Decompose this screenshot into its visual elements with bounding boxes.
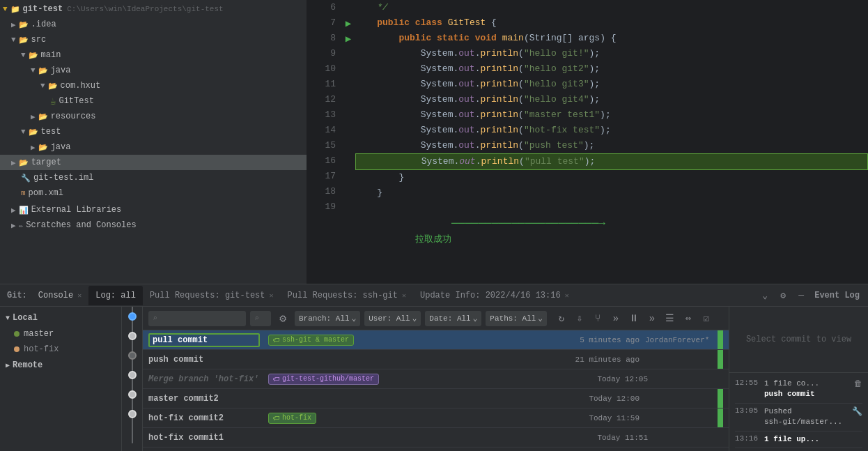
list-icon[interactable]: ☰	[662, 311, 678, 326]
local-branch-header[interactable]: ▼ Local	[0, 309, 121, 326]
tag-hotfix: 🏷 hot-fix	[268, 413, 316, 424]
scratches-icon: ✏️	[19, 221, 24, 230]
tree-item-resources[interactable]: ▶ 📂 resources	[0, 109, 307, 124]
tab-label: Update Info: 2022/4/16 13:16	[420, 291, 561, 300]
date-filter-chevron: ⌄	[473, 314, 478, 323]
tree-item-label: java	[51, 66, 71, 75]
commit-msg-merge: Merge branch 'hot-fix'	[148, 374, 260, 384]
tree-item-src[interactable]: ▼ 📂 src	[0, 32, 307, 47]
tab-console[interactable]: Console ✕	[31, 286, 88, 305]
tab-close-icon[interactable]: ✕	[565, 291, 569, 300]
refresh-icon[interactable]: ↻	[554, 311, 569, 326]
expand-icon[interactable]: ⇔	[681, 311, 696, 326]
folder-icon: 📂	[19, 20, 29, 29]
commit-row-merge[interactable]: Merge branch 'hot-fix' 🏷 git-test-github…	[143, 369, 729, 389]
tree-item-test[interactable]: ▼ 📂 test	[0, 124, 307, 139]
commit-row-hotfix2[interactable]: hot-fix commit2 🏷 hot-fix Today 11:59	[143, 408, 729, 428]
paths-filter-label: Paths: All	[490, 314, 536, 323]
tree-item-label: git-test	[23, 4, 63, 14]
tree-item-idea[interactable]: ▶ 📂 .idea	[0, 17, 307, 32]
event-delete-icon[interactable]: 🗑	[854, 379, 862, 389]
branch-item-hotfix[interactable]: hot-fix	[0, 342, 121, 357]
chevron-right-icon: ▶	[11, 206, 16, 215]
settings-icon[interactable]: ⚙	[775, 288, 791, 303]
event-settings-icon[interactable]: 🔧	[852, 406, 862, 417]
tree-item-pom[interactable]: m pom.xml	[0, 185, 307, 201]
more-tabs-btn[interactable]: ⌄	[757, 288, 773, 303]
tree-item-com-hxut[interactable]: ▼ 📂 com.hxut	[0, 78, 307, 93]
svg-point-1	[129, 313, 136, 320]
tab-close-icon[interactable]: ✕	[270, 291, 274, 300]
tree-item-java[interactable]: ▼ 📂 java	[0, 63, 307, 78]
local-label: Local	[13, 313, 38, 323]
commit-list: pull commit 🏷 ssh-git & master 5 minutes…	[143, 330, 729, 448]
tree-item-gittest[interactable]: ☕ GitTest	[0, 93, 307, 109]
svg-point-6	[129, 411, 136, 418]
chevron-down-icon: ▼	[11, 36, 16, 44]
run-icon[interactable]: ▶	[346, 17, 351, 29]
remote-label: Remote	[13, 360, 42, 370]
log-settings-btn[interactable]: ⚙	[275, 311, 290, 326]
tab-close-icon[interactable]: ✕	[402, 291, 406, 300]
tree-item-label: resources	[51, 112, 96, 121]
tag-ssh-master: 🏷 ssh-git & master	[268, 335, 354, 346]
tab-update-info[interactable]: Update Info: 2022/4/16 13:16 ✕	[413, 286, 576, 305]
pull-icon[interactable]: ⇩	[572, 311, 587, 326]
tree-item-git-test[interactable]: ▼ 📁 git-test C:\Users\win\IdeaProjects\g…	[0, 1, 307, 17]
commit-bar-hotfix2	[718, 408, 723, 427]
event-entry-1: 12:55 1 file co... push commit 🗑	[735, 376, 862, 404]
tree-item-label: External Libraries	[31, 205, 122, 215]
commit-row-hotfix1[interactable]: hot-fix commit1 Today 11:51	[143, 428, 729, 448]
folder-icon: 📂	[19, 36, 29, 45]
paths-filter-chevron: ⌄	[538, 314, 543, 323]
commit-time-push: 21 minutes ago	[570, 356, 640, 364]
tab-log-all[interactable]: Log: all	[88, 286, 143, 305]
tree-item-label: src	[31, 35, 47, 45]
code-content: 6 7 8 9 10 11 12 13 14 15 16 17 18 19 ▶	[307, 0, 868, 284]
search-icon: ⌕	[153, 314, 157, 323]
event-entry-3: 13:16 1 file up...	[735, 431, 862, 448]
event-msg-3: 1 file up...	[764, 434, 862, 445]
tree-item-scratches[interactable]: ▶ ✏️ Scratches and Consoles	[0, 217, 307, 233]
tree-item-java-test[interactable]: ▶ 📂 java	[0, 139, 307, 155]
more-actions-icon[interactable]: »	[608, 311, 623, 326]
search-box-2[interactable]: ⌕	[250, 311, 271, 326]
tab-pull-requests-ssh[interactable]: Pull Requests: ssh-git ✕	[281, 286, 413, 305]
tree-item-target[interactable]: ▶ 📂 target	[0, 155, 307, 170]
minimize-btn[interactable]: —	[793, 288, 809, 303]
user-filter-btn[interactable]: User: All ⌄	[364, 311, 421, 326]
event-log-label: Event Log	[809, 291, 865, 300]
tab-pull-requests-git[interactable]: Pull Requests: git-test ✕	[143, 286, 281, 305]
commit-hint-area: Select commit to view	[729, 307, 868, 373]
log-action-icons: ↻ ⇩ ⑂ » ⏸ » ☰ ⇔ ☑	[554, 311, 714, 326]
run-icon-main[interactable]: ▶	[346, 33, 351, 45]
commit-row-push[interactable]: push commit 21 minutes ago	[143, 350, 729, 369]
tree-item-iml[interactable]: 🔧 git-test.iml	[0, 170, 307, 185]
search-input[interactable]	[160, 314, 230, 323]
remote-section[interactable]: ▶ Remote	[0, 357, 121, 374]
tab-prefix: Git:	[3, 291, 31, 300]
date-filter-btn[interactable]: Date: All ⌄	[425, 311, 481, 326]
tree-item-ext-libraries[interactable]: ▶ 📊 External Libraries	[0, 202, 307, 217]
svg-point-5	[129, 391, 136, 398]
search-box[interactable]: ⌕	[148, 311, 246, 326]
log-panel: ⌕ ⌕ ⚙ Branch: All ⌄ User: All ⌄ Date: Al	[143, 307, 729, 451]
paths-filter-btn[interactable]: Paths: All ⌄	[486, 311, 547, 326]
tab-bar: Git: Console ✕ Log: all Pull Requests: g…	[0, 284, 868, 307]
tree-item-main[interactable]: ▼ 📂 main	[0, 47, 307, 63]
chevron-down-icon: ▼	[21, 128, 26, 136]
branch-filter-btn[interactable]: Branch: All ⌄	[295, 311, 360, 326]
commit-row-pull[interactable]: pull commit 🏷 ssh-git & master 5 minutes…	[143, 330, 729, 350]
commit-row-master2[interactable]: master commit2 Today 12:00	[143, 389, 729, 408]
more-icon2[interactable]: »	[644, 311, 660, 326]
bottom-panel: Git: Console ✕ Log: all Pull Requests: g…	[0, 284, 868, 451]
pause-icon[interactable]: ⏸	[626, 311, 642, 326]
commit-tags-pull: 🏷 ssh-git & master	[268, 335, 570, 346]
check-icon[interactable]: ☑	[699, 311, 714, 326]
tab-close-icon[interactable]: ✕	[77, 291, 82, 300]
folder-icon: 📂	[29, 128, 38, 137]
branch-action-icon[interactable]: ⑂	[590, 311, 605, 326]
svg-point-4	[129, 372, 136, 379]
branch-item-master[interactable]: master	[0, 326, 121, 342]
chevron-right-icon: ▶	[6, 361, 10, 369]
